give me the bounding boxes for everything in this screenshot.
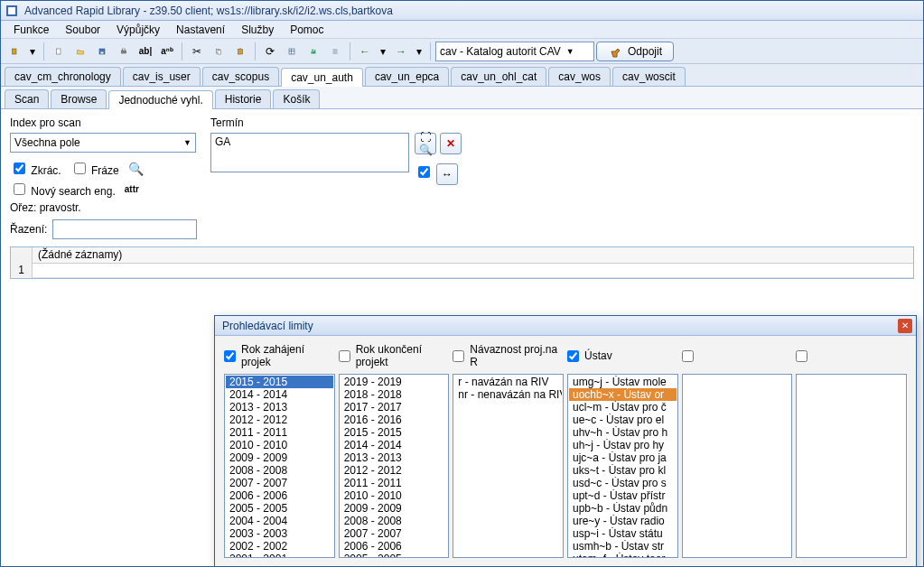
- list-item[interactable]: 2018 - 2018: [341, 388, 448, 401]
- limit-end-year[interactable]: Rok ukončení projekt: [339, 343, 450, 368]
- limit-col5[interactable]: [682, 343, 793, 368]
- tab-cav-wos[interactable]: cav_wos: [548, 67, 611, 86]
- list-item[interactable]: 2008 - 2008: [341, 515, 448, 527]
- expand-button[interactable]: ↔: [436, 163, 458, 185]
- print-icon[interactable]: [114, 42, 134, 61]
- list-item[interactable]: 2002 - 2002: [226, 540, 333, 553]
- subtab-basket[interactable]: Košík: [273, 89, 320, 108]
- tab-cav-un-ohl-cat[interactable]: cav_un_ohl_cat: [451, 67, 546, 86]
- menu-pomoc[interactable]: Pomoc: [283, 22, 331, 38]
- list-item[interactable]: 2010 - 2010: [226, 439, 333, 451]
- list-item[interactable]: 2006 - 2006: [226, 489, 333, 502]
- list-item[interactable]: 2005 - 2005: [341, 553, 448, 558]
- list-item[interactable]: 2004 - 2004: [226, 515, 333, 527]
- menu-soubor[interactable]: Soubor: [58, 22, 107, 38]
- magnifier-icon[interactable]: 🔍: [128, 162, 144, 176]
- fraze-checkbox[interactable]: Fráze: [70, 160, 119, 177]
- toolbar-dropdown-icon[interactable]: ▾: [26, 42, 39, 61]
- list-item[interactable]: 2007 - 2007: [226, 477, 333, 489]
- list-item[interactable]: 2015 - 2015: [341, 426, 448, 439]
- tab-cav-cm-chronology[interactable]: cav_cm_chronology: [5, 67, 121, 86]
- search-dialog-button[interactable]: ⛶🔍: [415, 133, 436, 154]
- list-item[interactable]: nr - nenavázán na RIV: [454, 388, 562, 401]
- limit-riv-link[interactable]: Návaznost proj.na R: [453, 343, 564, 368]
- copy-icon[interactable]: [209, 42, 229, 61]
- zkra-checkbox[interactable]: Zkrác.: [10, 160, 61, 177]
- list-item[interactable]: 2016 - 2016: [341, 414, 448, 426]
- menu-nastaveni[interactable]: Nastavení: [169, 22, 232, 38]
- disconnect-button[interactable]: Odpojit: [596, 42, 674, 61]
- list-item[interactable]: ue~c - Ústav pro el: [569, 414, 677, 426]
- list-item[interactable]: 2017 - 2017: [341, 401, 448, 414]
- start-year-list[interactable]: 2015 - 20152014 - 20142013 - 20132012 - …: [224, 374, 335, 558]
- riv-link-list[interactable]: r - navázán na RIVnr - nenavázán na RIV: [453, 374, 564, 558]
- grid-icon[interactable]: [282, 42, 302, 61]
- list-item[interactable]: utam~f - Ústav teor: [569, 553, 677, 558]
- tab-cav-un-epca[interactable]: cav_un_epca: [365, 67, 449, 86]
- tab-cav-un-auth[interactable]: cav_un_auth: [281, 68, 363, 87]
- nav-back-more-icon[interactable]: ▾: [377, 42, 389, 61]
- list-item[interactable]: 2011 - 2011: [341, 477, 448, 489]
- attr-icon[interactable]: attr: [125, 184, 139, 194]
- list-item[interactable]: 2010 - 2010: [341, 489, 448, 502]
- list-item[interactable]: 2012 - 2012: [226, 414, 333, 426]
- opt-checkbox[interactable]: [415, 163, 433, 185]
- subtab-history[interactable]: Historie: [215, 89, 272, 108]
- sort-combo[interactable]: [52, 219, 197, 239]
- subtab-scan[interactable]: Scan: [5, 89, 49, 108]
- font-ab-icon[interactable]: ab|: [135, 42, 155, 61]
- list-item[interactable]: upb~b - Ústav půdn: [569, 502, 677, 515]
- list-item[interactable]: usmh~b - Ústav str: [569, 540, 677, 553]
- empty-list-6[interactable]: [796, 374, 907, 558]
- list-item[interactable]: 2015 - 2015: [226, 376, 333, 388]
- empty-list-5[interactable]: [682, 374, 793, 558]
- cut-icon[interactable]: ✂: [187, 42, 207, 61]
- list-item[interactable]: 2003 - 2003: [226, 527, 333, 540]
- list-item[interactable]: 2005 - 2005: [226, 502, 333, 515]
- list-item[interactable]: umg~j - Ústav mole: [569, 376, 677, 388]
- list-item[interactable]: 2008 - 2008: [226, 464, 333, 477]
- list-item[interactable]: ujc~a - Ústav pro ja: [569, 451, 677, 464]
- list-item[interactable]: usd~c - Ústav pro s: [569, 477, 677, 489]
- list-item[interactable]: usp~i - Ústav státu: [569, 527, 677, 540]
- tab-cav-scopus[interactable]: cav_scopus: [202, 67, 279, 86]
- catalog-combo[interactable]: cav - Katalog autorit CAV ▼: [435, 42, 594, 61]
- menu-sluzby[interactable]: Služby: [234, 22, 281, 38]
- list-item[interactable]: uh~j - Ústav pro hy: [569, 439, 677, 451]
- font-ab2-icon[interactable]: aⁿᵇ: [157, 42, 177, 61]
- index-combo[interactable]: Všechna pole ▼: [10, 133, 196, 153]
- list-item[interactable]: 2014 - 2014: [341, 439, 448, 451]
- list-item[interactable]: 2012 - 2012: [341, 464, 448, 477]
- new-doc-icon[interactable]: [49, 42, 69, 61]
- institute-list[interactable]: umg~j - Ústav moleuochb~x - Ústav orucl~…: [567, 374, 678, 558]
- tab-cav-woscit[interactable]: cav_woscit: [612, 67, 686, 86]
- list-item[interactable]: uochb~x - Ústav or: [569, 388, 677, 401]
- list-item[interactable]: 2007 - 2007: [341, 527, 448, 540]
- list-item[interactable]: 2009 - 2009: [341, 502, 448, 515]
- limit-start-year[interactable]: Rok zahájení projek: [224, 343, 335, 368]
- clear-button[interactable]: ✕: [440, 133, 462, 154]
- list-item[interactable]: 2013 - 2013: [226, 401, 333, 414]
- list-item[interactable]: 2014 - 2014: [226, 388, 333, 401]
- list-item[interactable]: r - navázán na RIV: [454, 376, 562, 388]
- nav-forward-more-icon[interactable]: ▾: [413, 42, 425, 61]
- open-folder-icon[interactable]: [70, 42, 90, 61]
- refresh-icon[interactable]: ⟳: [260, 42, 280, 61]
- limit-institute[interactable]: Ústav: [567, 343, 678, 368]
- people-icon[interactable]: [303, 42, 323, 61]
- list-item[interactable]: 2006 - 2006: [341, 540, 448, 553]
- toolbar-book-icon[interactable]: [5, 42, 24, 61]
- list-item[interactable]: 2011 - 2011: [226, 426, 333, 439]
- close-icon[interactable]: ✕: [898, 319, 912, 333]
- save-icon[interactable]: [92, 42, 112, 61]
- paste-icon[interactable]: [230, 42, 250, 61]
- list-item[interactable]: uks~t - Ústav pro kl: [569, 464, 677, 477]
- list-item[interactable]: 2009 - 2009: [226, 451, 333, 464]
- limit-col6[interactable]: [796, 343, 907, 368]
- term-input[interactable]: [210, 133, 409, 172]
- list-item[interactable]: 2013 - 2013: [341, 451, 448, 464]
- menu-funkce[interactable]: Funkce: [6, 22, 56, 38]
- nav-forward-icon[interactable]: →: [391, 42, 411, 61]
- list-item[interactable]: upt~d - Ústav přístr: [569, 489, 677, 502]
- subtab-simple-search[interactable]: Jednoduché vyhl.: [108, 90, 212, 109]
